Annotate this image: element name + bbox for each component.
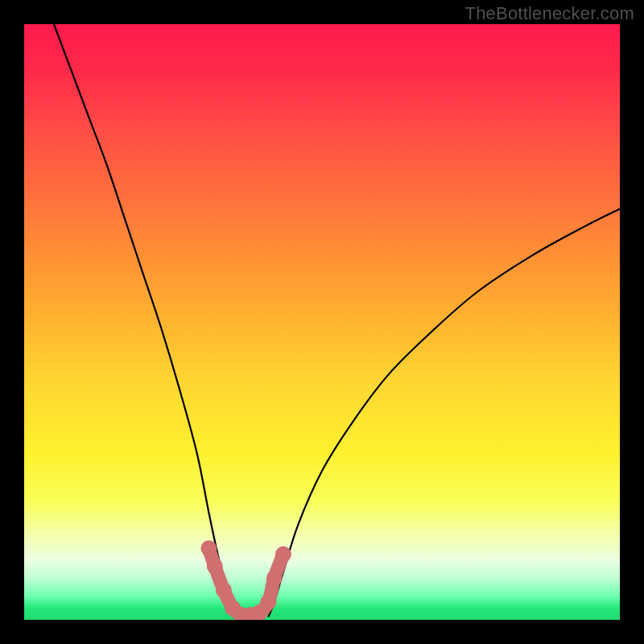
- band-marker: [216, 582, 232, 598]
- band-marker: [275, 547, 291, 563]
- band-marker: [200, 540, 217, 556]
- band-marker: [207, 558, 223, 574]
- curve-layer: [24, 24, 620, 620]
- band-marker: [260, 594, 276, 610]
- plot-area: [24, 24, 620, 620]
- watermark-text: TheBottlenecker.com: [465, 3, 634, 24]
- right-curve-path: [268, 208, 620, 617]
- left-curve-path: [54, 24, 238, 617]
- chart-frame: TheBottlenecker.com: [0, 0, 644, 644]
- band-marker: [266, 570, 283, 586]
